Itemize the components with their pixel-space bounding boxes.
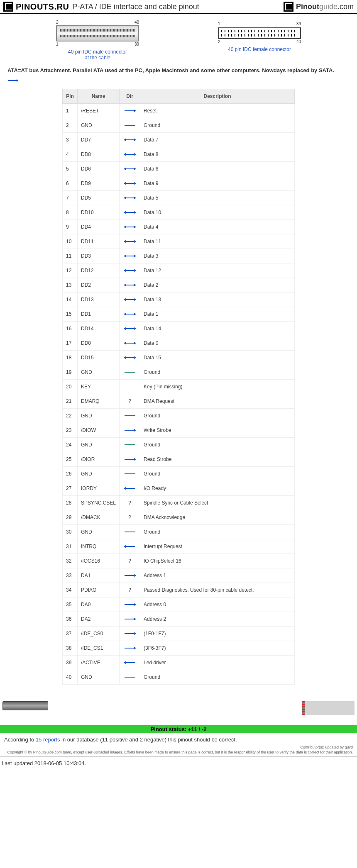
cell-pin: 28 — [63, 496, 78, 510]
cell-dir — [120, 627, 140, 641]
col-name: Name — [78, 89, 120, 104]
cell-pin: 26 — [63, 467, 78, 481]
cell-name: DD8 — [78, 147, 120, 162]
cell-dir — [120, 641, 140, 656]
cell-pin: 6 — [63, 176, 78, 191]
logo-icon — [284, 2, 293, 12]
contributor-line: Contributor(s): updated by guyd — [4, 745, 353, 750]
cell-dir — [120, 191, 140, 205]
cell-dir — [120, 365, 140, 380]
cell-name: /IDE_CS1 — [78, 641, 120, 656]
cell-name: GND — [78, 365, 120, 380]
cell-dir — [120, 176, 140, 191]
svg-marker-25 — [134, 225, 136, 229]
cell-name: DD4 — [78, 220, 120, 234]
cell-pin: 15 — [63, 307, 78, 322]
pin-label: 39 — [134, 42, 139, 46]
intro-text: ATA=AT bus Attachment. Parallel ATA used… — [0, 65, 357, 76]
status-reports-link[interactable]: 15 reports — [36, 736, 60, 743]
connector-female-link[interactable]: 40 pin IDC female connector — [228, 46, 291, 52]
cell-pin: 19 — [63, 365, 78, 380]
table-row: 27IORDYI/O Ready — [63, 481, 295, 496]
cell-desc: Reset — [140, 104, 295, 118]
pinout-table-wrap: Pin Name Dir Description 1/RESETReset2GN… — [0, 89, 357, 697]
table-row: 35DA0Address 0 — [63, 597, 295, 612]
logo-pinouts-ru[interactable]: PINOUTS.RU — [3, 2, 69, 12]
cell-dir — [120, 220, 140, 234]
logo-pinoutguide[interactable]: Pinout guide .com — [284, 2, 354, 12]
table-row: 33DA1Address 1 — [63, 568, 295, 583]
svg-marker-73 — [134, 632, 136, 635]
pin-label: 40 — [296, 39, 301, 44]
pin-label: 2 — [56, 20, 59, 24]
footer-connector-right — [305, 701, 355, 715]
cell-pin: 5 — [63, 162, 78, 176]
cell-desc: Key (Pin missing) — [140, 380, 295, 394]
cell-pin: 24 — [63, 438, 78, 452]
logo-right-bold: Pinout — [296, 2, 319, 11]
cell-name: DMARQ — [78, 394, 120, 409]
cell-pin: 3 — [63, 133, 78, 147]
footer-connector-left — [2, 701, 48, 710]
cell-pin: 13 — [63, 278, 78, 293]
table-row: 15DD1Data 1 — [63, 307, 295, 322]
cell-desc: Data 9 — [140, 176, 295, 191]
table-row: 13DD2Data 2 — [63, 278, 295, 293]
cell-dir — [120, 263, 140, 278]
cell-dir — [120, 104, 140, 118]
pin-label: 1 — [56, 42, 59, 46]
connector-male-link[interactable]: 40 pin IDC male connector — [68, 49, 127, 55]
svg-marker-59 — [134, 458, 136, 461]
cell-name: /RESET — [78, 104, 120, 118]
svg-marker-10 — [134, 153, 136, 156]
cell-desc: Data 1 — [140, 307, 295, 322]
status-after: in our database (11 positive and 2 negat… — [60, 736, 237, 743]
svg-marker-22 — [134, 211, 136, 214]
table-row: 23/DIOWWrite Strobe — [63, 423, 295, 438]
cell-desc: Led driver — [140, 656, 295, 670]
cell-pin: 17 — [63, 336, 78, 351]
cell-dir — [120, 438, 140, 452]
cell-desc: Ground — [140, 365, 295, 380]
table-row: 39/ACTIVELed driver — [63, 656, 295, 670]
cell-pin: 32 — [63, 554, 78, 568]
cell-name: /IOCS16 — [78, 554, 120, 568]
cell-dir — [120, 234, 140, 249]
cell-name: PDIAG — [78, 583, 120, 597]
cell-name: DD7 — [78, 133, 120, 147]
table-row: 3DD7Data 7 — [63, 133, 295, 147]
page-title: P-ATA / IDE interface and cable pinout — [72, 2, 280, 11]
cell-name: DD15 — [78, 351, 120, 365]
cell-name: DD1 — [78, 307, 120, 322]
cell-name: INTRQ — [78, 539, 120, 554]
cell-name: DD2 — [78, 278, 120, 293]
table-row: 17DD0Data 0 — [63, 336, 295, 351]
cell-pin: 9 — [63, 220, 78, 234]
cell-pin: 40 — [63, 670, 78, 685]
cell-name: DA1 — [78, 568, 120, 583]
cell-dir — [120, 278, 140, 293]
table-row: 18DD15Data 15 — [63, 351, 295, 365]
table-row: 1/RESETReset — [63, 104, 295, 118]
cell-desc: Data 5 — [140, 191, 295, 205]
cell-pin: 31 — [63, 539, 78, 554]
connector-female-image: 1 39 2 40 — [218, 25, 301, 39]
cell-desc: Data 15 — [140, 351, 295, 365]
cell-desc: Spindle Sync or Cable Select — [140, 496, 295, 510]
connector-diagrams: 2 40 1 39 40 pin IDC male connector at t… — [0, 14, 357, 65]
svg-marker-67 — [134, 574, 136, 577]
svg-marker-40 — [134, 298, 136, 301]
svg-marker-43 — [134, 312, 136, 316]
cell-desc: (3F6-3F7) — [140, 641, 295, 656]
cell-name: SPSYNC:CSEL — [78, 496, 120, 510]
svg-marker-37 — [134, 283, 136, 287]
cell-pin: 7 — [63, 191, 78, 205]
cell-pin: 20 — [63, 380, 78, 394]
cell-pin: 22 — [63, 409, 78, 423]
table-row: 8DD10Data 10 — [63, 205, 295, 220]
table-row: 29/DMACK?DMA Acknowledge — [63, 510, 295, 525]
cell-desc: Address 1 — [140, 568, 295, 583]
cell-dir — [120, 147, 140, 162]
connector-male-sub[interactable]: at the cable — [85, 55, 110, 61]
cell-pin: 33 — [63, 568, 78, 583]
